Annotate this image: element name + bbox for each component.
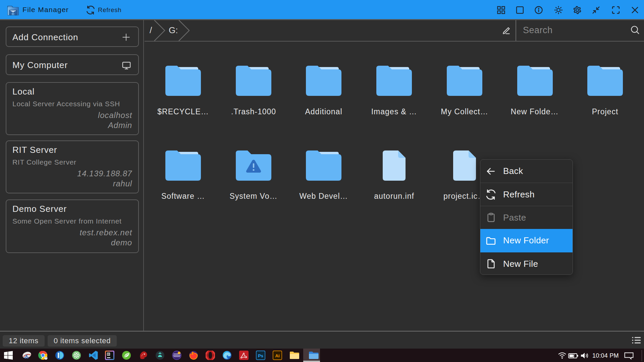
- svg-text:Ai: Ai: [275, 353, 280, 358]
- svg-text:Ps: Ps: [258, 353, 263, 358]
